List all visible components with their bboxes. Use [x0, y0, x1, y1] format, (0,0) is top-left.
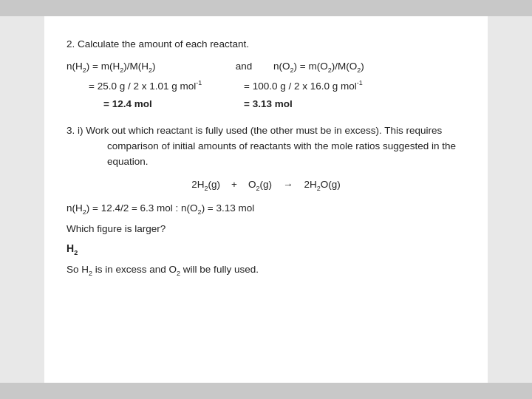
main-content: 2. Calculate the amount of each reactant… [44, 16, 488, 383]
result1-left: = 12.4 mol [103, 97, 244, 112]
which-figure: Which figure is larger? [66, 222, 466, 236]
eq1-left: n(H2) = m(H2)/M(H2) [66, 59, 214, 75]
section1-title: 2. Calculate the amount of each reactant… [66, 37, 466, 52]
mole-ratio: n(H2) = 12.4/2 = 6.3 mol : n(O2) = 3.13 … [66, 201, 466, 217]
calc1-right: = 100.0 g / 2 x 16.0 g mol-1 [244, 78, 363, 94]
equation-row-1: n(H2) = m(H2)/M(H2) and n(O2) = m(O2)/M(… [66, 59, 466, 75]
bottom-bar [0, 383, 532, 399]
result1-right: = 3.13 mol [244, 97, 293, 112]
eq1-and: and [214, 59, 273, 74]
chem-equation: 2H2(g) + O2(g) → 2H2O(g) [66, 177, 466, 194]
calc-row-1: = 25.0 g / 2 x 1.01 g mol-1 = 100.0 g / … [66, 78, 466, 94]
result-row-1: = 12.4 mol = 3.13 mol [66, 97, 466, 112]
top-bar [0, 0, 532, 16]
conclusion: So H2 is in excess and O2 will be fully … [66, 262, 466, 279]
eq1-right: n(O2) = m(O2)/M(O2) [273, 59, 364, 75]
section2-title: 3. i) Work out which reactant is fully u… [66, 123, 466, 169]
larger-answer: H2 [66, 241, 466, 258]
calc1-left: = 25.0 g / 2 x 1.01 g mol-1 [89, 78, 244, 94]
section2-body: comparison of initial amounts of reactan… [107, 139, 466, 170]
